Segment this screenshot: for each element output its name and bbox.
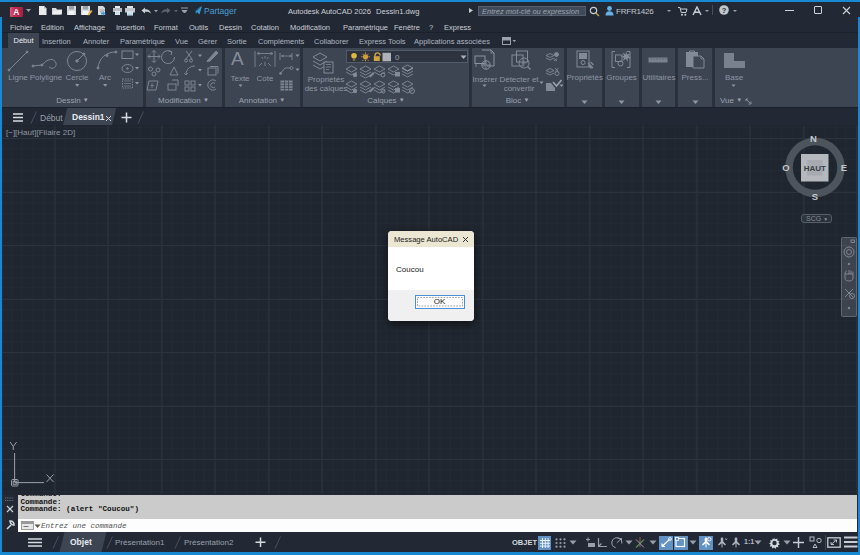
svg-text:N: N (810, 133, 817, 144)
svg-text:HAUT: HAUT (804, 164, 826, 173)
svg-text:E: E (841, 162, 847, 173)
svg-text:O: O (782, 162, 789, 173)
svg-text:0: 0 (395, 53, 400, 62)
svg-text:?: ? (722, 6, 727, 15)
svg-text:S: S (812, 191, 818, 202)
